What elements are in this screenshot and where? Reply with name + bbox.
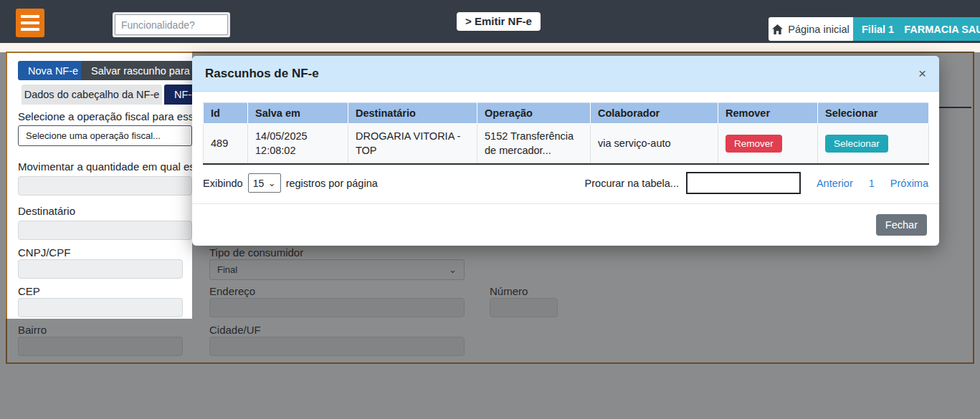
hamburger-menu-button[interactable]	[16, 9, 44, 37]
recipient-label: Destinatário	[18, 205, 75, 217]
stock-label: Movimentar a quantidade em qual estoq	[18, 160, 192, 173]
branch-company-block[interactable]: Filial 1 FARMACIA SAUDE	[853, 17, 980, 41]
drafts-modal-body: Id Salva em Destinatário Operação Colabo…	[192, 92, 939, 203]
column-header-recipient: Destinatário	[348, 103, 477, 124]
cep-label: CEP	[18, 285, 40, 297]
table-search-area: Procurar na tabela... Anterior 1 Próxima	[585, 172, 928, 194]
cnpj-label: CNPJ/CPF	[18, 246, 70, 259]
branch-label: Filial 1	[862, 24, 894, 35]
cnpj-input[interactable]	[18, 259, 183, 279]
tab-header-data[interactable]: Dados do cabeçalho da NF-e	[22, 85, 162, 105]
top-navbar: > Emitir NF-e Página inicial Filial 1 FA…	[0, 0, 980, 43]
home-icon	[772, 24, 783, 34]
cep-input[interactable]	[18, 298, 183, 317]
showing-prefix: Exibindo	[203, 178, 243, 189]
fiscal-operation-select[interactable]: Selecione uma operação fiscal...	[18, 125, 192, 146]
functionality-search-input[interactable]	[115, 14, 228, 35]
fiscal-operation-label: Selecione a operação fiscal para essa NF…	[18, 110, 192, 122]
table-search-input[interactable]	[686, 172, 801, 194]
hamburger-icon	[21, 15, 39, 18]
table-search-label: Procurar na tabela...	[585, 178, 679, 189]
cell-saved-at: 14/05/2025 12:08:02	[248, 124, 348, 165]
new-nfe-button[interactable]: Nova NF-e	[18, 61, 88, 80]
cell-id: 489	[204, 124, 248, 165]
table-controls: Exibindo 15 ⌄ registros por página Procu…	[203, 172, 928, 194]
close-icon[interactable]: ×	[918, 67, 926, 80]
table-row: 489 14/05/2025 12:08:02 DROGARIA VITORIA…	[204, 124, 929, 165]
column-header-select: Selecionar	[818, 103, 929, 124]
pager-next-link[interactable]: Próxima	[890, 178, 928, 189]
drafts-modal-header: Rascunhos de NF-e ×	[192, 56, 939, 92]
drafts-modal: Rascunhos de NF-e × Id Salva em Destinat…	[192, 56, 939, 246]
column-header-saved-at: Salva em	[248, 103, 348, 124]
close-modal-button[interactable]: Fechar	[876, 214, 927, 236]
cell-operation: 5152 Transferência de mercador...	[477, 124, 591, 165]
page-size-value: 15	[253, 178, 265, 189]
page-size-select[interactable]: 15 ⌄	[248, 173, 281, 193]
cell-collaborator: via serviço-auto	[591, 124, 718, 165]
column-header-id: Id	[204, 103, 248, 124]
pager-previous-link[interactable]: Anterior	[817, 178, 853, 189]
select-draft-button[interactable]: Selecionar	[825, 135, 888, 153]
cell-recipient: DROGARIA VITORIA - TOP	[348, 124, 477, 165]
drafts-table: Id Salva em Destinatário Operação Colabo…	[203, 102, 929, 165]
remove-draft-button[interactable]: Remover	[726, 135, 782, 153]
chevron-down-icon: ⌄	[268, 178, 276, 188]
fiscal-operation-select-value: Selecione uma operação fiscal...	[26, 130, 161, 141]
pager: Anterior 1 Próxima	[817, 178, 928, 189]
home-page-label: Página inicial	[788, 24, 849, 35]
pager-page-1-link[interactable]: 1	[869, 178, 875, 189]
stock-input[interactable]	[18, 176, 192, 196]
drafts-modal-title: Rascunhos de NF-e	[205, 67, 319, 81]
emit-nfe-button[interactable]: > Emitir NF-e	[457, 12, 541, 31]
showing-suffix: registros por página	[286, 178, 378, 189]
recipient-input[interactable]	[18, 221, 192, 240]
company-name: FARMACIA SAUDE	[904, 24, 980, 35]
drafts-modal-footer: Fechar	[192, 203, 939, 246]
drafts-table-header-row: Id Salva em Destinatário Operação Colabo…	[204, 103, 929, 124]
column-header-remove: Remover	[718, 103, 818, 124]
column-header-operation: Operação	[477, 103, 591, 124]
home-page-button[interactable]: Página inicial	[769, 17, 853, 41]
column-header-collaborator: Colaborador	[591, 103, 718, 124]
